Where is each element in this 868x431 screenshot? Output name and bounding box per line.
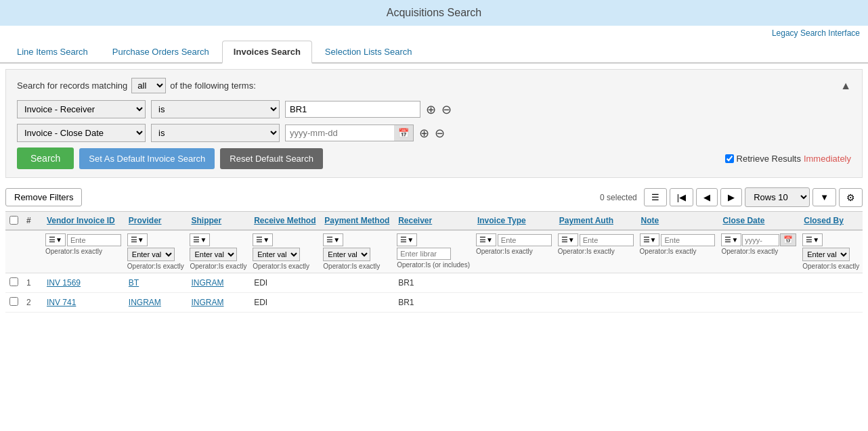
rows-per-page-select[interactable]: Rows 10 Rows 25 Rows 50 Rows 100 bbox=[745, 187, 810, 207]
header-closed-by: Closed By bbox=[800, 212, 863, 231]
row-1-checkbox[interactable] bbox=[9, 277, 18, 286]
filter-input-invoice-type[interactable] bbox=[498, 234, 552, 246]
table-row: 1 INV 1569 BT INGRAM EDI BR1 bbox=[5, 273, 863, 293]
next-page-button[interactable]: ▶ bbox=[720, 188, 742, 206]
field-select-2[interactable]: Invoice - Close Date Invoice - Receiver … bbox=[17, 124, 146, 142]
filter-input-shipper[interactable]: Enter value bbox=[190, 248, 237, 261]
collapse-button[interactable]: ▲ bbox=[840, 80, 851, 92]
add-criteria-2-button[interactable]: ⊕ bbox=[419, 127, 429, 139]
sort-closed-by[interactable]: Closed By bbox=[804, 216, 844, 225]
remove-criteria-2-button[interactable]: ⊖ bbox=[435, 127, 445, 139]
rows-down-button[interactable]: ▼ bbox=[812, 188, 836, 206]
filter-num-col bbox=[22, 230, 43, 273]
sort-vendor-invoice-id[interactable]: Vendor Invoice ID bbox=[47, 216, 115, 225]
filter-calendar-close-date[interactable]: 📅 bbox=[780, 233, 796, 246]
prev-page-button[interactable]: ◀ bbox=[696, 188, 718, 206]
legacy-search-link[interactable]: Legacy Search Interface bbox=[772, 28, 860, 38]
header-receive-method: Receive Method bbox=[250, 212, 320, 231]
filter-op-close-date[interactable]: ☰▼ bbox=[721, 233, 741, 246]
operator-select-1[interactable]: is is not contains bbox=[151, 100, 280, 118]
sort-note[interactable]: Note bbox=[641, 216, 659, 225]
filter-op-vendor-invoice-id[interactable]: ☰▼ bbox=[45, 233, 66, 246]
field-select-1[interactable]: Invoice - Receiver Invoice - Close Date … bbox=[17, 100, 146, 118]
filter-note: ☰▼ Operator:Is exactly bbox=[637, 230, 719, 273]
row-1-invoice-type bbox=[473, 273, 555, 293]
row-1-provider-link[interactable]: BT bbox=[129, 278, 139, 288]
row-2-vendor-invoice-id-link[interactable]: INV 741 bbox=[47, 298, 76, 307]
filter-input-receiver[interactable] bbox=[397, 248, 451, 260]
sort-shipper[interactable]: Shipper bbox=[191, 216, 221, 225]
row-2-provider-link[interactable]: INGRAM bbox=[129, 298, 161, 307]
table-body: 1 INV 1569 BT INGRAM EDI BR1 2 INV 741 bbox=[5, 273, 863, 313]
row-2-checkbox[interactable] bbox=[9, 297, 18, 306]
sort-invoice-type[interactable]: Invoice Type bbox=[477, 216, 526, 225]
filter-input-payment-auth[interactable] bbox=[580, 234, 634, 246]
match-select[interactable]: all any bbox=[131, 78, 166, 93]
row-2-shipper-link[interactable]: INGRAM bbox=[191, 298, 223, 307]
sort-payment-auth[interactable]: Payment Auth bbox=[559, 216, 613, 225]
match-suffix: of the following terms: bbox=[170, 81, 255, 91]
tab-invoices[interactable]: Invoices Search bbox=[222, 41, 312, 64]
select-all-checkbox[interactable] bbox=[9, 216, 18, 225]
date-input-2[interactable] bbox=[286, 125, 394, 141]
column-settings-button[interactable]: ⚙ bbox=[839, 188, 863, 207]
row-1-vendor-invoice-id-link[interactable]: INV 1569 bbox=[47, 278, 81, 288]
operator-select-2[interactable]: is is not contains bbox=[151, 124, 280, 142]
row-2-shipper: INGRAM bbox=[187, 293, 250, 313]
retrieve-immediately-checkbox[interactable] bbox=[725, 154, 734, 163]
set-default-button[interactable]: Set As Default Invoice Search bbox=[79, 148, 215, 169]
filter-input-payment-method[interactable]: Enter value bbox=[323, 248, 370, 261]
filter-op-receive-method[interactable]: ☰▼ bbox=[253, 233, 273, 246]
calendar-button-2[interactable]: 📅 bbox=[394, 125, 413, 141]
filter-op-closed-by[interactable]: ☰▼ bbox=[802, 233, 823, 246]
filter-closed-by: ☰▼ Enter value Operator:Is exactly bbox=[800, 230, 863, 273]
remove-criteria-1-button[interactable]: ⊖ bbox=[441, 104, 452, 116]
sort-receiver[interactable]: Receiver bbox=[398, 216, 432, 225]
filter-input-close-date[interactable] bbox=[742, 234, 779, 246]
row-1-shipper-link[interactable]: INGRAM bbox=[191, 278, 223, 288]
sort-close-date[interactable]: Close Date bbox=[722, 216, 764, 225]
filter-input-vendor-invoice-id[interactable] bbox=[67, 234, 121, 246]
header-note: Note bbox=[637, 212, 719, 231]
tab-purchase-orders[interactable]: Purchase Orders Search bbox=[101, 41, 221, 62]
row-2-receive-method: EDI bbox=[250, 293, 320, 313]
header-receiver: Receiver bbox=[394, 212, 473, 231]
filter-input-note[interactable] bbox=[661, 234, 715, 246]
table-header-row: # Vendor Invoice ID Provider Shipper Rec… bbox=[5, 212, 863, 231]
filter-op-invoice-type[interactable]: ☰▼ bbox=[476, 233, 496, 246]
tab-selection-lists[interactable]: Selection Lists Search bbox=[313, 41, 424, 62]
header-invoice-type: Invoice Type bbox=[473, 212, 555, 231]
filter-hint-close-date: Operator:Is exactly bbox=[721, 248, 797, 255]
sort-provider[interactable]: Provider bbox=[129, 216, 162, 225]
header-payment-method: Payment Method bbox=[320, 212, 394, 231]
filter-input-closed-by[interactable]: Enter value bbox=[802, 248, 850, 261]
row-1-payment-method bbox=[320, 273, 394, 293]
sort-receive-method[interactable]: Receive Method bbox=[254, 216, 316, 225]
filter-op-payment-auth[interactable]: ☰▼ bbox=[558, 233, 578, 246]
row-1-receive-method: EDI bbox=[250, 273, 320, 293]
select-all-button[interactable]: ☰ bbox=[644, 188, 667, 206]
sort-payment-method[interactable]: Payment Method bbox=[324, 216, 389, 225]
search-button[interactable]: Search bbox=[17, 148, 74, 169]
add-criteria-1-button[interactable]: ⊕ bbox=[426, 104, 436, 116]
filter-op-payment-method[interactable]: ☰▼ bbox=[323, 233, 343, 246]
header-close-date: Close Date bbox=[718, 212, 800, 231]
actions-row: Search Set As Default Invoice Search Res… bbox=[17, 148, 851, 169]
row-1-num: 1 bbox=[22, 273, 43, 293]
filter-hint-vendor-invoice-id: Operator:Is exactly bbox=[45, 248, 122, 255]
header-shipper: Shipper bbox=[187, 212, 250, 231]
row-2-provider: INGRAM bbox=[125, 293, 188, 313]
filter-op-receiver[interactable]: ☰▼ bbox=[397, 233, 417, 246]
filter-op-note[interactable]: ☰▼ bbox=[640, 233, 660, 246]
filter-input-receive-method[interactable]: Enter value bbox=[253, 248, 300, 261]
remove-filters-button[interactable]: Remove Filters bbox=[5, 188, 82, 206]
filter-input-provider[interactable]: Enter value bbox=[127, 248, 175, 261]
filter-op-shipper[interactable]: ☰▼ bbox=[190, 233, 210, 246]
first-page-button[interactable]: |◀ bbox=[670, 188, 693, 206]
value-input-1[interactable] bbox=[285, 101, 420, 118]
filter-hint-provider: Operator:Is exactly bbox=[127, 263, 185, 270]
filter-op-provider[interactable]: ☰▼ bbox=[127, 233, 148, 246]
tab-line-items[interactable]: Line Items Search bbox=[5, 41, 100, 62]
header-vendor-invoice-id: Vendor Invoice ID bbox=[43, 212, 125, 231]
reset-default-button[interactable]: Reset Default Search bbox=[220, 148, 323, 169]
